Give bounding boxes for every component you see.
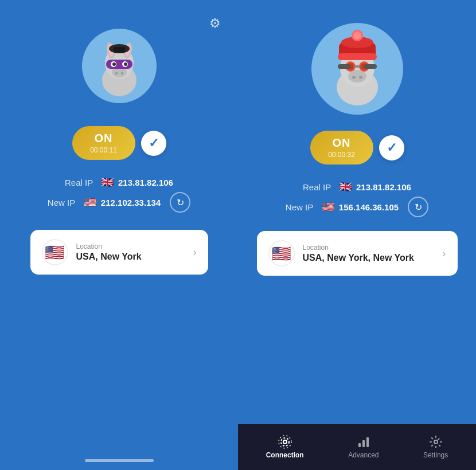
toggle-time-right: 00:00:32 (328, 151, 355, 159)
location-label-left: Location (76, 242, 185, 250)
svg-point-42 (283, 440, 287, 444)
new-ip-label-left: New IP (48, 198, 79, 207)
new-ip-row-right: New IP 🇺🇸 156.146.36.105 ↻ (286, 197, 428, 217)
location-name-right: USA, New York, New York (303, 253, 435, 263)
nav-label-settings: Settings (423, 451, 448, 459)
svg-rect-16 (114, 47, 125, 53)
svg-rect-33 (354, 65, 360, 68)
real-ip-address-right: 213.81.82.106 (356, 182, 411, 192)
svg-point-26 (359, 76, 362, 79)
toggle-pill-right: ON 00:00:32 (310, 131, 373, 164)
svg-point-8 (115, 72, 118, 75)
nav-label-advanced: Advanced (348, 451, 379, 459)
real-ip-flag-left: 🇬🇧 (101, 176, 114, 189)
svg-point-41 (353, 32, 361, 40)
new-ip-row-left: New IP 🇺🇸 212.102.33.134 ↻ (48, 192, 190, 213)
svg-rect-46 (362, 440, 365, 447)
toggle-state-right: ON (333, 136, 351, 150)
bottom-nav: Connection Advanced Settings (238, 424, 476, 470)
nav-item-settings[interactable]: Settings (412, 430, 459, 464)
ip-info-right: Real IP 🇬🇧 213.81.82.106 New IP 🇺🇸 156.1… (249, 181, 465, 217)
svg-point-24 (348, 70, 366, 83)
settings-nav-icon (429, 435, 443, 449)
location-chevron-right: › (443, 248, 446, 260)
svg-rect-47 (366, 437, 369, 447)
real-ip-address-left: 213.81.82.106 (118, 178, 173, 187)
svg-point-9 (120, 72, 123, 75)
toggle-pill-left: ON 00:00:11 (72, 126, 135, 160)
connection-icon (278, 435, 292, 449)
svg-rect-39 (338, 53, 377, 60)
new-ip-flag-right: 🇺🇸 (322, 201, 334, 213)
svg-point-14 (124, 62, 127, 66)
donkey-masked-avatar (82, 29, 157, 103)
toggle-check-right[interactable] (379, 135, 404, 160)
real-ip-label-right: Real IP (303, 182, 334, 192)
advanced-icon (357, 435, 370, 449)
right-screen: ON 00:00:32 Real IP 🇬🇧 213.81.82.106 New… (238, 0, 476, 470)
location-flag-left: 🇺🇸 (42, 239, 68, 265)
location-card-left[interactable]: 🇺🇸 Location USA, New York › (30, 230, 208, 275)
location-flag-right: 🇺🇸 (268, 240, 295, 267)
vpn-toggle-left[interactable]: ON 00:00:11 (72, 126, 166, 160)
home-indicator-left (85, 459, 154, 462)
real-ip-row-left: Real IP 🇬🇧 213.81.82.106 (65, 176, 173, 189)
vpn-toggle-right[interactable]: ON 00:00:32 (310, 131, 404, 164)
left-avatar (82, 29, 157, 103)
svg-point-43 (281, 438, 289, 446)
new-ip-label-right: New IP (286, 202, 317, 212)
location-info-right: Location USA, New York, New York (303, 244, 435, 263)
refresh-ip-button-right[interactable]: ↻ (408, 197, 428, 217)
location-chevron-left: › (193, 246, 197, 258)
svg-rect-45 (358, 443, 361, 447)
svg-rect-34 (338, 64, 350, 69)
refresh-ip-button-left[interactable]: ↻ (170, 192, 190, 213)
location-card-right[interactable]: 🇺🇸 Location USA, New York, New York › (257, 231, 458, 276)
toggle-check-left[interactable] (141, 131, 166, 156)
location-name-left: USA, New York (76, 252, 185, 262)
svg-rect-35 (364, 64, 377, 69)
ip-info-left: Real IP 🇬🇧 213.81.82.106 New IP 🇺🇸 212.1… (11, 176, 227, 213)
location-label-right: Location (303, 244, 435, 252)
svg-rect-10 (106, 60, 132, 69)
settings-icon[interactable]: ⚙ (209, 16, 221, 31)
real-ip-label-left: Real IP (65, 178, 96, 187)
nav-item-advanced[interactable]: Advanced (337, 430, 390, 464)
new-ip-address-right: 156.146.36.105 (339, 202, 399, 212)
nav-item-connection[interactable]: Connection (255, 430, 315, 464)
new-ip-address-left: 212.102.33.134 (101, 198, 161, 207)
svg-point-13 (112, 62, 116, 66)
new-ip-flag-left: 🇺🇸 (84, 196, 96, 209)
left-screen: ⚙ (0, 0, 238, 470)
toggle-state-left: ON (95, 132, 113, 145)
location-info-left: Location USA, New York (76, 242, 185, 262)
toggle-time-left: 00:00:11 (90, 146, 117, 154)
right-avatar (311, 23, 403, 115)
svg-point-25 (352, 76, 356, 79)
nav-label-connection: Connection (266, 451, 304, 459)
svg-point-48 (434, 440, 438, 444)
donkey-winter-avatar (311, 23, 403, 115)
real-ip-flag-right: 🇬🇧 (339, 181, 352, 193)
real-ip-row-right: Real IP 🇬🇧 213.81.82.106 (303, 181, 411, 193)
